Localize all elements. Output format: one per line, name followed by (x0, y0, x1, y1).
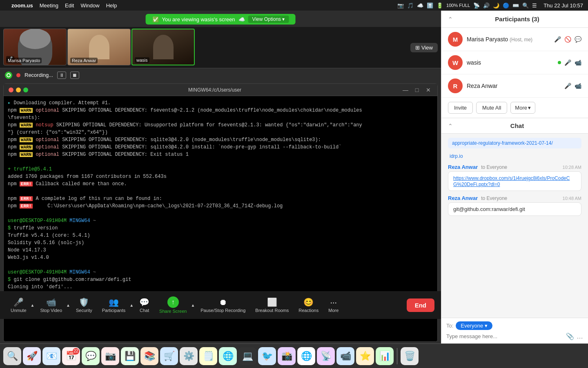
minimize-button[interactable] (16, 88, 21, 92)
video-arrow[interactable]: ▲ (66, 303, 70, 307)
terminal-line: Cloning into 'defi'... (8, 283, 433, 291)
participants-more-button[interactable]: More ▾ (510, 102, 535, 114)
dock-appstore[interactable]: 🛒 (160, 347, 178, 365)
chat-bubble-0: https://www.dropbox.com/s/1i4ruejgc8i6xl… (448, 171, 581, 191)
avatar-reza: R (448, 79, 463, 93)
menu-meeting[interactable]: Meeting (40, 2, 58, 9)
menu-window[interactable]: Window (80, 2, 99, 9)
dock-photos[interactable]: 📷 (101, 347, 119, 365)
chat-extra-item-1: appropriate-regulatory-framework-2021-07… (448, 138, 581, 148)
chat-message-input[interactable] (446, 333, 564, 339)
participants-button[interactable]: 👥 Participants (98, 296, 129, 314)
participants-collapse-btn[interactable]: ⌃ (448, 16, 453, 22)
dock-zoom[interactable]: 📹 (336, 347, 354, 365)
mic-muted-icon-marisa: 🎤 (554, 36, 561, 43)
end-button[interactable]: End (407, 298, 434, 312)
battery-text: 100% FULL (446, 3, 470, 8)
terminal-line: npm ERR! C:\Users\user\AppData\Roaming\n… (8, 202, 433, 210)
mic-icon-reza: 🎤 (564, 83, 571, 89)
chat-header: ⌃ Chat (441, 118, 588, 134)
mic-icon-wasis: 🎤 (564, 59, 571, 66)
stop-recording-btn[interactable]: ⏹ (70, 72, 79, 79)
mic-icon: 🎤 (13, 297, 24, 307)
dock-reeder[interactable]: ⭐ (356, 347, 374, 365)
more-icon: ··· (330, 298, 337, 307)
chat-toolbar-button[interactable]: 💬 Chat (135, 296, 154, 314)
stop-video-button[interactable]: 📹 Stop Video (36, 296, 66, 314)
chat-to-target-button[interactable]: Everyone ▾ (456, 321, 492, 330)
terminal-line: $ truffle version (8, 224, 433, 232)
dock-tweetbot[interactable]: 🐦 (258, 347, 276, 365)
participant-icons-marisa: 🎤 🚫 💬 (554, 36, 581, 43)
dock-screenshot[interactable]: 📸 (278, 347, 296, 365)
dock-chrome[interactable]: 🌐 (297, 347, 315, 365)
more-button[interactable]: ··· More (324, 296, 343, 314)
chat-message-1: Reza Anwar to Everyone 10:48 AM git@gith… (448, 195, 581, 216)
dock-preferences[interactable]: ⚙️ (180, 347, 198, 365)
dock-safari[interactable]: 🌐 (219, 347, 237, 365)
dock-trash[interactable]: 🗑️ (401, 347, 419, 365)
video-thumb-reza[interactable]: Reza Anwar (67, 29, 131, 65)
mute-all-button[interactable]: Mute All (476, 102, 507, 114)
chat-bubble-1: git@github.com:ranwar/defi.git (448, 202, 581, 216)
video-off-icon-marisa: 🚫 (564, 36, 571, 43)
participant-info-reza: Reza Anwar (467, 82, 560, 90)
breakout-icon: ⬜ (267, 297, 277, 307)
video-group: 📹 Stop Video ▲ (36, 296, 70, 314)
dock-mail[interactable]: 📧 (42, 347, 60, 365)
dock-launchpad[interactable]: 🚀 (23, 347, 41, 365)
chat-content-1: git@github.com:ranwar/defi.git (453, 206, 525, 212)
terminal-line: \fsevents): (8, 114, 433, 121)
reactions-button[interactable]: 😊 Reactions (294, 296, 323, 314)
dock-podcast[interactable]: 📡 (317, 347, 335, 365)
terminal-line: Node v14.17.3 (8, 247, 433, 254)
share-screen-button[interactable]: ↑ Share Screen (155, 295, 191, 315)
zoom-main-area: ✅ You are viewing wasis's screen ☁️ View… (0, 11, 441, 343)
unmute-button[interactable]: 🎤 Unmute (7, 296, 31, 314)
breakout-rooms-button[interactable]: ⬜ Breakout Rooms (251, 296, 293, 314)
terminal-close[interactable]: ✕ (424, 86, 432, 94)
video-icon: 📹 (46, 297, 56, 307)
security-button[interactable]: 🛡️ Security (72, 296, 96, 314)
view-button[interactable]: ⊞ View (410, 43, 438, 52)
unmute-arrow[interactable]: ▲ (31, 303, 35, 307)
chat-file-button[interactable]: 📎 (566, 332, 574, 340)
share-screen-arrow[interactable]: ▲ (191, 303, 195, 307)
maximize-button[interactable] (23, 88, 28, 92)
invite-button[interactable]: Invite (448, 102, 473, 114)
view-options-button[interactable]: View Options ▾ (248, 16, 289, 23)
menu-bar: zoom.us Meeting Edit Window Help 📷🎵☁️⬆️ … (0, 0, 588, 11)
terminal-line: + truffle@5.4.1 (8, 166, 433, 173)
dock-terminal[interactable]: 💻 (238, 347, 256, 365)
app-name[interactable]: zoom.us (11, 2, 33, 9)
video-thumb-marisa[interactable]: 🎤 Marisa Paryasto (3, 29, 67, 65)
terminal-line: ▸ Downloading compiler. Attempt #1. (8, 99, 433, 107)
calendar-badge: 22 (73, 348, 79, 355)
menu-edit[interactable]: Edit (65, 2, 74, 9)
terminal-line: "} (current: {"os":"win32","x64"}) (8, 129, 433, 136)
dock: 🔍 🚀 📧 📅 22 💬 📷 💾 📚 🛒 ⚙️ 🗒️ 🌐 💻 🐦 📸 🌐 📡 📹… (0, 343, 588, 368)
dock-numbers[interactable]: 💾 (121, 347, 139, 365)
terminal-titlebar: MINGW64:/c/Users/user — □ ✕ (4, 84, 437, 96)
clock: Thu 22 Jul 10:57 (543, 2, 583, 9)
chat-link-0[interactable]: https://www.dropbox.com/s/1i4ruejgc8i6xl… (453, 175, 570, 187)
terminal-restore[interactable]: □ (413, 86, 421, 94)
close-button[interactable] (9, 88, 13, 92)
dock-notes[interactable]: 🗒️ (199, 347, 217, 365)
dock-messages[interactable]: 💬 (82, 347, 100, 365)
pause-recording-btn[interactable]: ⏸ (57, 72, 66, 79)
dock-excel[interactable]: 📊 (376, 347, 394, 365)
chat-collapse-btn[interactable]: ⌃ (448, 123, 453, 129)
menu-help[interactable]: Help (106, 2, 117, 9)
dock-books[interactable]: 📚 (140, 347, 158, 365)
participants-section: ⌃ Participants (3) M Marisa Paryasto (Ho… (441, 11, 588, 118)
chat-ellipsis-button[interactable]: … (577, 333, 583, 340)
video-thumb-wasis[interactable]: wasis (131, 29, 195, 65)
traffic-lights (9, 88, 28, 92)
pause-stop-recording-button[interactable]: ⏺ Pause/Stop Recording (196, 296, 249, 314)
chat-section: ⌃ Chat appropriate-regulatory-framework-… (441, 118, 588, 343)
participants-arrow[interactable]: ▲ (129, 303, 134, 307)
terminal-minimize[interactable]: — (401, 86, 410, 94)
dock-finder[interactable]: 🔍 (3, 347, 21, 365)
dock-calendar[interactable]: 📅 22 (62, 347, 80, 365)
